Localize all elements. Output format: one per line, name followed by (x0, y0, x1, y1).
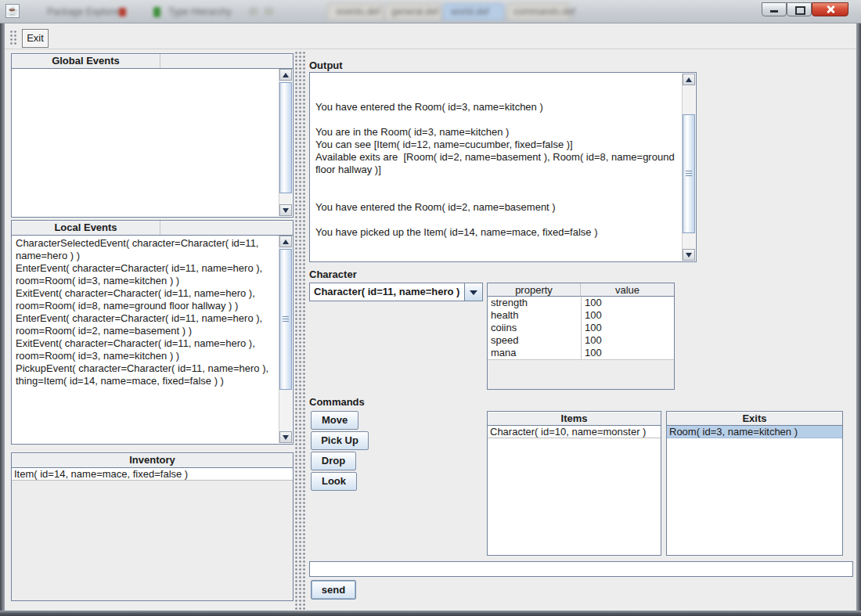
local-events-scrollbar[interactable] (279, 236, 292, 443)
arrow-down-icon (283, 208, 289, 213)
combo-arrow-button[interactable] (464, 283, 482, 301)
output-label: Output (309, 59, 343, 71)
local-events-title: Local Events (12, 221, 160, 235)
exits-table: Exits Room( id=3, name=kitchen ) (666, 411, 843, 556)
background-tab-label: general.def (391, 5, 438, 19)
background-tab-label: events.def (337, 5, 380, 19)
arrow-down-icon (283, 435, 289, 440)
property-cell: mana (488, 347, 517, 359)
scroll-thumb[interactable] (279, 249, 292, 390)
local-events-panel: Local Events CharacterSelectedEvent( cha… (11, 220, 294, 445)
java-app-icon[interactable] (5, 4, 20, 18)
inventory-panel: Inventory Item( id=14, name=mace, fixed=… (11, 452, 294, 601)
pick-up-button[interactable]: Pick Up (311, 431, 369, 450)
inventory-item-row[interactable]: Item( id=14, name=mace, fixed=false ) (12, 468, 293, 481)
column-header-property: property (488, 283, 581, 297)
value-cell: 100 (581, 297, 602, 309)
drop-button[interactable]: Drop (311, 452, 356, 470)
items-header: Items (488, 412, 661, 426)
background-tab-label: commands.def (513, 5, 575, 19)
scroll-down-button[interactable] (279, 204, 292, 216)
table-row[interactable]: speed 100 (488, 334, 674, 348)
arrow-up-icon (686, 77, 692, 82)
toolbar-drag-handle[interactable] (10, 31, 18, 46)
application-window: Package Explorer Type Hierarchy events.d… (0, 0, 861, 616)
background-tab-label: Type Hierarchy (168, 5, 232, 19)
exits-title: Exits (742, 412, 766, 424)
property-cell: strength (488, 297, 528, 309)
character-label: Character (309, 268, 357, 280)
arrow-up-icon (283, 240, 289, 244)
global-events-header: Global Events (12, 54, 293, 69)
exit-button[interactable]: Exit (22, 29, 49, 48)
look-button[interactable]: Look (311, 472, 357, 491)
scroll-up-button[interactable] (279, 236, 292, 247)
exits-row-selected[interactable]: Room( id=3, name=kitchen ) (667, 426, 842, 438)
window-border-right (856, 23, 861, 611)
background-icon (249, 8, 258, 16)
scroll-up-button[interactable] (279, 69, 292, 81)
split-pane-divider[interactable] (295, 52, 305, 610)
global-events-panel: Global Events (11, 53, 294, 218)
character-select[interactable]: Character( id=11, name=hero ) (309, 283, 483, 301)
maximize-icon (795, 6, 805, 15)
global-events-scrollbar[interactable] (279, 69, 292, 216)
background-tab-label: Package Explorer (47, 5, 121, 19)
local-events-header: Local Events (12, 221, 293, 236)
items-title: Items (561, 412, 588, 424)
close-button[interactable] (812, 2, 848, 16)
value-cell: 100 (581, 309, 602, 322)
column-header-value: value (581, 283, 674, 297)
character-properties-table: property value strength 100 health 100 c… (487, 283, 675, 390)
scroll-thumb[interactable] (683, 114, 695, 233)
local-events-list[interactable]: CharacterSelectedEvent( character=Charac… (13, 236, 279, 443)
send-button[interactable]: send (311, 580, 356, 600)
table-row[interactable]: mana 100 (488, 347, 674, 360)
close-icon (826, 5, 835, 14)
title-bar[interactable]: Package Explorer Type Hierarchy events.d… (0, 0, 861, 23)
scroll-thumb[interactable] (279, 82, 292, 193)
table-row[interactable]: coiins 100 (488, 322, 674, 335)
property-cell: health (488, 309, 518, 322)
exits-header: Exits (667, 412, 842, 426)
output-scrollbar[interactable] (682, 74, 695, 261)
global-events-list[interactable] (13, 69, 279, 216)
items-table: Items Character( id=10, name=monster ) (487, 411, 661, 556)
background-tab-label: world.def (451, 5, 489, 19)
scroll-down-button[interactable] (279, 431, 292, 443)
character-select-value: Character( id=11, name=hero ) (314, 286, 459, 297)
command-input[interactable] (309, 561, 853, 577)
table-row[interactable]: strength 100 (488, 297, 674, 310)
scroll-down-button[interactable] (683, 249, 695, 261)
global-events-title: Global Events (12, 54, 160, 68)
items-row[interactable]: Character( id=10, name=monster ) (488, 426, 661, 438)
scroll-up-button[interactable] (683, 74, 695, 85)
value-cell: 100 (581, 322, 602, 334)
inventory-header: Inventory (12, 453, 293, 468)
value-cell: 100 (581, 334, 602, 347)
property-cell: coiins (488, 322, 517, 334)
window-border-bottom (0, 611, 861, 616)
value-cell: 100 (581, 347, 602, 359)
maximize-button[interactable] (787, 2, 812, 16)
output-panel: You have entered the Room( id=3, name=ki… (309, 72, 697, 262)
background-red-icon (119, 8, 126, 16)
toolbar (5, 26, 856, 49)
minimize-button[interactable] (762, 2, 787, 16)
thumb-grip (283, 316, 289, 322)
thumb-grip (686, 171, 692, 177)
move-button[interactable]: Move (311, 411, 358, 430)
inventory-title: Inventory (129, 454, 175, 466)
property-cell: speed (488, 334, 518, 347)
background-icon (265, 8, 273, 16)
chevron-down-icon (470, 290, 477, 295)
arrow-down-icon (686, 253, 692, 258)
commands-label: Commands (309, 396, 365, 408)
output-text-area[interactable]: You have entered the Room( id=3, name=ki… (311, 74, 682, 261)
background-green-icon (153, 7, 160, 17)
arrow-up-icon (283, 73, 289, 77)
minimize-icon (770, 10, 778, 13)
table-row[interactable]: health 100 (488, 309, 674, 322)
